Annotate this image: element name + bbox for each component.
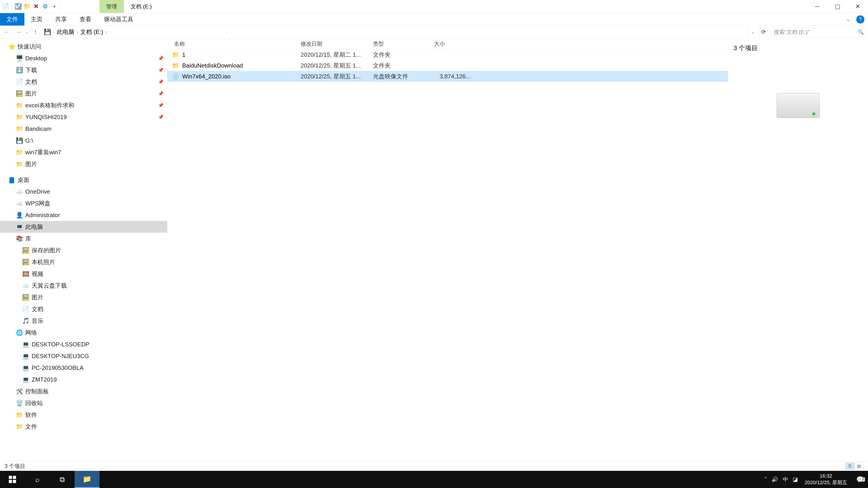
- column-headers: 名称˄ 修改日期 类型 大小: [167, 38, 728, 49]
- nav-control-panel[interactable]: 🛠️ 控制面板: [0, 385, 167, 397]
- maximize-button[interactable]: ▢: [827, 0, 848, 13]
- nav-label: 软件: [25, 411, 37, 419]
- nav-lib-item[interactable]: 🖼️图片: [0, 291, 167, 303]
- item-icon: 💻: [16, 223, 23, 230]
- taskbar-explorer[interactable]: 📁: [74, 471, 99, 488]
- item-icon: 📁: [16, 113, 23, 121]
- nav-label: G:\: [25, 137, 33, 144]
- minimize-button[interactable]: ─: [807, 0, 827, 13]
- nav-quick-access[interactable]: ⭐ 快速访问: [0, 41, 167, 53]
- address-dropdown-icon[interactable]: ⌄: [748, 28, 757, 37]
- window-controls: ─ ▢ ✕: [807, 0, 868, 13]
- nav-desktop[interactable]: ▇ 桌面: [0, 174, 167, 186]
- nav-files[interactable]: 📁 文件: [0, 421, 167, 432]
- recent-dropdown-icon[interactable]: ⌄: [25, 30, 29, 35]
- app-icon[interactable]: 📄: [2, 3, 9, 10]
- nav-label: OneDrive: [25, 188, 50, 195]
- crumb-pc[interactable]: 此电脑: [57, 28, 74, 36]
- nav-desktop-item[interactable]: 👤Administrator: [0, 209, 167, 221]
- search-button[interactable]: ⌕: [25, 471, 50, 488]
- nav-quick-item[interactable]: 📁YUNQISHI2019📌: [0, 111, 167, 123]
- action-center-button[interactable]: 💬3: [854, 476, 866, 483]
- refresh-button[interactable]: ⟳: [759, 28, 768, 37]
- back-button[interactable]: ←: [2, 27, 12, 37]
- icons-view-button[interactable]: ▤: [855, 462, 864, 470]
- nav-software[interactable]: 📁 软件: [0, 409, 167, 421]
- details-view-button[interactable]: ☰: [845, 462, 855, 470]
- nav-quick-item[interactable]: 📁excel表格制作求和📌: [0, 99, 167, 111]
- help-icon[interactable]: ?: [856, 15, 864, 24]
- up-button[interactable]: ↑: [31, 27, 40, 37]
- preview-pane: 3 个项目: [728, 38, 868, 461]
- nav-net-item[interactable]: 💻DESKTOP-LSSOEDP: [0, 338, 167, 350]
- qat-delete-icon[interactable]: ✖: [32, 3, 40, 10]
- nav-recycle-bin[interactable]: 🗑️ 回收站: [0, 397, 167, 409]
- nav-lib-item[interactable]: 🖼️保存的图片: [0, 245, 167, 256]
- file-row[interactable]: 💿Win7x64_2020.iso2020/12/25, 星期五 1...光盘映…: [167, 71, 728, 82]
- nav-desktop-item[interactable]: ☁️WPS网盘: [0, 197, 167, 209]
- tab-file[interactable]: 文件: [0, 13, 24, 26]
- file-date: 2020/12/15, 星期二 1...: [301, 51, 373, 59]
- start-button[interactable]: [0, 471, 25, 488]
- tab-drive-tools[interactable]: 驱动器工具: [98, 13, 140, 26]
- context-tab-manage[interactable]: 管理: [99, 0, 124, 13]
- nav-net-item[interactable]: 💻ZMT2019: [0, 374, 167, 385]
- nav-quick-item[interactable]: 🖼️图片📌: [0, 88, 167, 99]
- file-list[interactable]: 名称˄ 修改日期 类型 大小 📁12020/12/15, 星期二 1...文件夹…: [167, 38, 728, 461]
- chevron-right-icon[interactable]: ›: [76, 29, 79, 35]
- qat-dropdown-icon[interactable]: ▾: [51, 3, 58, 10]
- chevron-right-icon[interactable]: ›: [104, 29, 108, 35]
- chevron-right-icon[interactable]: ›: [52, 29, 55, 35]
- nav-desktop-item[interactable]: 💻此电脑: [0, 221, 167, 233]
- close-button[interactable]: ✕: [848, 0, 868, 13]
- nav-label: Administrator: [25, 212, 60, 219]
- nav-network[interactable]: 🌐 网络: [0, 327, 167, 338]
- nav-quick-item[interactable]: 📁win7重装win7: [0, 147, 167, 158]
- ribbon-collapse-icon[interactable]: ⌄: [842, 13, 855, 26]
- nav-label: 文件: [25, 423, 37, 431]
- tab-home[interactable]: 主页: [24, 13, 49, 26]
- nav-quick-item[interactable]: 🖥️Desktop📌: [0, 53, 167, 64]
- col-name[interactable]: 名称˄: [167, 40, 301, 47]
- qat-settings-icon[interactable]: ⚙: [41, 3, 49, 10]
- tray-app-icon[interactable]: ◪: [793, 476, 798, 483]
- system-tray: ˄ 🔊 中 ◪ 16:32 2020/12/25, 星期五 💬3: [763, 471, 868, 488]
- tab-share[interactable]: 共享: [49, 13, 73, 26]
- tray-clock[interactable]: 16:32 2020/12/25, 星期五: [802, 473, 849, 486]
- file-row[interactable]: 📁BaiduNetdiskDownload2020/12/25, 星期五 1..…: [167, 60, 728, 71]
- breadcrumb[interactable]: 💾 › 此电脑 › 文档 (E:) ›: [42, 28, 746, 36]
- nav-lib-item[interactable]: 🎵音乐: [0, 315, 167, 327]
- ribbon-tabs: 文件 主页 共享 查看 驱动器工具 ⌄ ?: [0, 13, 868, 26]
- forward-button[interactable]: →: [13, 27, 24, 37]
- nav-quick-item[interactable]: 📁Bandicam: [0, 123, 167, 135]
- nav-label: 快速访问: [18, 43, 41, 51]
- nav-quick-item[interactable]: 📄文档📌: [0, 76, 167, 88]
- nav-net-item[interactable]: 💻DESKTOP-NJEU3CG: [0, 350, 167, 362]
- nav-quick-item[interactable]: 💾G:\: [0, 135, 167, 147]
- nav-lib-item[interactable]: 🎞️视频: [0, 268, 167, 280]
- tray-volume-icon[interactable]: 🔊: [772, 476, 778, 483]
- qat-folder-icon[interactable]: 📁: [23, 3, 31, 10]
- nav-net-item[interactable]: 💻PC-20190530OBLA: [0, 362, 167, 374]
- qat-checkbox-icon[interactable]: ☑️: [14, 3, 22, 10]
- nav-desktop-item[interactable]: 📚库: [0, 233, 167, 245]
- file-row[interactable]: 📁12020/12/15, 星期二 1...文件夹: [167, 49, 728, 60]
- tray-ime-indicator[interactable]: 中: [783, 476, 788, 483]
- nav-desktop-item[interactable]: ☁️OneDrive: [0, 186, 167, 197]
- nav-lib-item[interactable]: 🖼️本机照片: [0, 256, 167, 268]
- search-input[interactable]: 搜索"文档 (E:)" 🔍: [771, 28, 866, 37]
- search-icon[interactable]: 🔍: [858, 29, 864, 35]
- task-view-button[interactable]: ⧉: [50, 471, 74, 488]
- tab-view[interactable]: 查看: [73, 13, 98, 26]
- col-date[interactable]: 修改日期: [301, 40, 373, 47]
- tray-chevron-up-icon[interactable]: ˄: [764, 476, 767, 483]
- crumb-drive[interactable]: 文档 (E:): [80, 28, 103, 36]
- preview-count: 3 个项目: [734, 44, 863, 53]
- nav-lib-item[interactable]: 📄文档: [0, 303, 167, 315]
- col-size[interactable]: 大小: [434, 40, 472, 47]
- item-icon: 🎵: [22, 318, 29, 324]
- col-type[interactable]: 类型: [373, 40, 434, 47]
- nav-quick-item[interactable]: 📁图片: [0, 158, 167, 170]
- nav-quick-item[interactable]: ⬇️下载📌: [0, 64, 167, 76]
- nav-lib-item[interactable]: ☁️天翼云盘下载: [0, 280, 167, 291]
